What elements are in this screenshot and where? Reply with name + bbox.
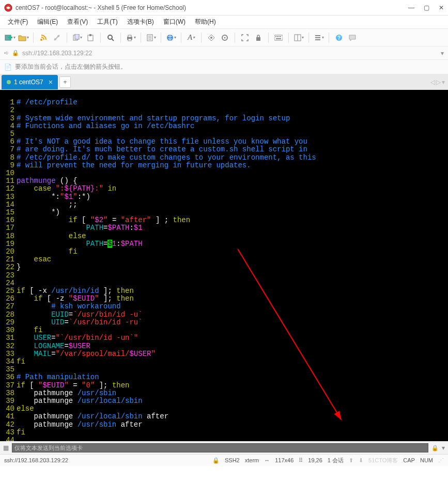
menu-view[interactable]: 查看(V) bbox=[65, 16, 90, 28]
help-button[interactable]: ? bbox=[333, 32, 345, 43]
tab-next-button[interactable]: ▷ bbox=[436, 79, 441, 86]
svg-rect-27 bbox=[277, 36, 278, 37]
close-button[interactable]: ✕ bbox=[439, 4, 444, 11]
svg-rect-28 bbox=[279, 36, 280, 37]
status-dot-icon bbox=[7, 80, 11, 84]
address-text[interactable]: ssh://192.168.203.129:22 bbox=[22, 50, 438, 57]
status-cursor: 19,26 bbox=[308, 457, 322, 463]
status-ssh-icon: 🔒 bbox=[212, 457, 220, 464]
svg-rect-25 bbox=[274, 35, 283, 40]
menu-bar: 文件(F) 编辑(E) 查看(V) 工具(T) 选项卡(B) 窗口(W) 帮助(… bbox=[0, 15, 448, 29]
status-cap: CAP bbox=[403, 457, 415, 463]
tab-label: 1 centOS7 bbox=[14, 79, 43, 86]
tab-prev-button[interactable]: ◁ bbox=[430, 79, 435, 86]
svg-rect-30 bbox=[276, 38, 281, 39]
copy-button[interactable] bbox=[71, 32, 83, 43]
find-button[interactable] bbox=[105, 32, 116, 43]
status-session: 1 会话 bbox=[328, 457, 344, 464]
window-title: centOS7 - root@localhost:~ - Xshell 5 (F… bbox=[16, 4, 408, 11]
svg-rect-29 bbox=[280, 36, 281, 37]
send-dropdown[interactable]: ▾ bbox=[442, 444, 445, 451]
status-num: NUM bbox=[420, 457, 433, 463]
arrow-add-icon[interactable]: ➪ bbox=[4, 50, 9, 56]
open-session-button[interactable] bbox=[18, 32, 29, 43]
status-ssh: SSH2 bbox=[225, 457, 240, 463]
status-term: xterm bbox=[245, 457, 259, 463]
tab-bar: 1 centOS7 × + ◁▷▾ bbox=[0, 74, 448, 90]
menu-edit[interactable]: 编辑(E) bbox=[35, 16, 60, 28]
info-bar: 📄 要添加当前会话，点击左侧的箭头按钮。 bbox=[0, 60, 448, 74]
fullscreen-button[interactable] bbox=[239, 32, 251, 43]
menu-tab[interactable]: 选项卡(B) bbox=[125, 16, 157, 28]
svg-point-5 bbox=[54, 38, 56, 40]
minimize-button[interactable]: — bbox=[408, 4, 414, 11]
new-session-button[interactable] bbox=[4, 32, 16, 43]
status-up-icon: ⬆ bbox=[349, 457, 353, 464]
tab-list-button[interactable]: ▾ bbox=[442, 79, 445, 86]
layout-button[interactable] bbox=[293, 32, 304, 43]
svg-point-21 bbox=[210, 37, 212, 39]
disconnect-button[interactable] bbox=[51, 32, 63, 43]
menu-help[interactable]: 帮助(H) bbox=[192, 16, 219, 28]
svg-point-11 bbox=[108, 35, 112, 39]
print-button[interactable] bbox=[125, 32, 136, 43]
tool-button-1[interactable] bbox=[206, 32, 217, 43]
svg-rect-24 bbox=[256, 37, 260, 41]
status-cursor-icon: ⠿ bbox=[299, 457, 303, 464]
keyboard-button[interactable] bbox=[273, 32, 284, 43]
info-icon: 📄 bbox=[4, 64, 12, 71]
tool-button-2[interactable] bbox=[219, 32, 230, 43]
reconnect-button[interactable] bbox=[38, 32, 49, 43]
send-icon[interactable]: ▦ bbox=[3, 444, 9, 451]
svg-line-12 bbox=[112, 39, 114, 41]
send-lock-icon: 🔒 bbox=[431, 445, 439, 451]
font-button[interactable]: A bbox=[186, 32, 197, 43]
svg-rect-10 bbox=[89, 34, 91, 36]
status-watermark: 51CTO博客 bbox=[368, 457, 398, 464]
app-icon bbox=[4, 4, 12, 12]
status-bar: ssh://192.168.203.129:22 🔒 SSH2 xterm ↔ … bbox=[0, 455, 448, 466]
status-size: 117x46 bbox=[275, 457, 293, 463]
address-dropdown[interactable]: ▾ bbox=[441, 50, 444, 57]
globe-button[interactable] bbox=[165, 32, 177, 43]
svg-rect-14 bbox=[128, 35, 131, 37]
toolbar: A ? bbox=[0, 29, 448, 46]
maximize-button[interactable]: ▢ bbox=[424, 4, 429, 11]
chat-button[interactable] bbox=[347, 32, 358, 43]
address-bar: ➪ 🔒 ssh://192.168.203.129:22 ▾ bbox=[0, 46, 448, 60]
svg-point-4 bbox=[40, 39, 42, 41]
paste-button[interactable] bbox=[85, 32, 96, 43]
status-address: ssh://192.168.203.129:22 bbox=[4, 457, 68, 463]
menu-window[interactable]: 窗口(W) bbox=[161, 16, 188, 28]
window-titlebar: centOS7 - root@localhost:~ - Xshell 5 (F… bbox=[0, 0, 448, 15]
menu-file[interactable]: 文件(F) bbox=[5, 16, 30, 28]
svg-rect-26 bbox=[275, 36, 276, 37]
view-button[interactable] bbox=[313, 32, 325, 43]
menu-tools[interactable]: 工具(T) bbox=[95, 16, 120, 28]
lock-button[interactable] bbox=[253, 32, 264, 43]
status-resize-grip[interactable]: ⋰ bbox=[438, 457, 444, 464]
tab-close-icon[interactable]: × bbox=[49, 78, 53, 86]
svg-rect-8 bbox=[75, 34, 79, 39]
lock-icon: 🔒 bbox=[12, 50, 19, 56]
svg-rect-15 bbox=[128, 39, 131, 41]
info-text: 要添加当前会话，点击左侧的箭头按钮。 bbox=[15, 63, 127, 71]
send-bar: ▦ 仅将文本发送到当前选项卡 🔒 ▾ bbox=[0, 441, 448, 455]
status-size-icon: ↔ bbox=[264, 457, 270, 463]
svg-point-6 bbox=[57, 35, 59, 37]
svg-point-23 bbox=[224, 37, 226, 38]
svg-text:?: ? bbox=[337, 35, 341, 41]
properties-button[interactable] bbox=[145, 32, 157, 43]
terminal-view[interactable]: 1# /etc/profile23# System wide environme… bbox=[0, 90, 448, 441]
svg-rect-3 bbox=[9, 35, 11, 39]
session-tab[interactable]: 1 centOS7 × bbox=[2, 75, 58, 89]
status-down-icon: ⬇ bbox=[359, 457, 363, 464]
send-input[interactable]: 仅将文本发送到当前选项卡 bbox=[12, 443, 428, 452]
new-tab-button[interactable]: + bbox=[59, 76, 71, 88]
